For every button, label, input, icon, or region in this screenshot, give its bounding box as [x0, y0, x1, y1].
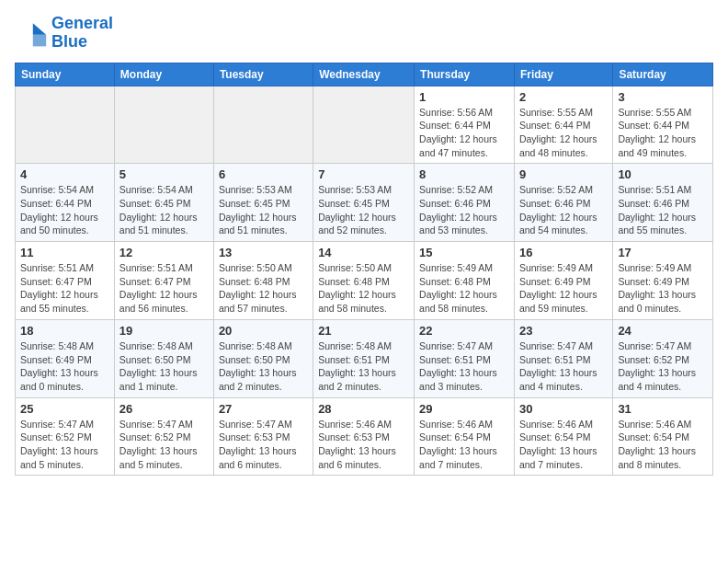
calendar-cell: 23Sunrise: 5:47 AM Sunset: 6:51 PM Dayli… — [514, 319, 612, 397]
day-info: Sunrise: 5:49 AM Sunset: 6:48 PM Dayligh… — [419, 261, 509, 316]
day-number: 7 — [318, 167, 409, 181]
weekday-header: Thursday — [415, 63, 515, 86]
day-info: Sunrise: 5:46 AM Sunset: 6:54 PM Dayligh… — [519, 418, 608, 472]
day-info: Sunrise: 5:52 AM Sunset: 6:46 PM Dayligh… — [519, 183, 608, 237]
day-number: 4 — [20, 167, 109, 181]
day-info: Sunrise: 5:55 AM Sunset: 6:44 PM Dayligh… — [519, 106, 608, 160]
calendar-cell: 17Sunrise: 5:49 AM Sunset: 6:49 PM Dayli… — [613, 242, 713, 320]
weekday-header: Monday — [114, 63, 213, 86]
calendar-cell: 10Sunrise: 5:51 AM Sunset: 6:46 PM Dayli… — [613, 164, 713, 242]
calendar-cell: 18Sunrise: 5:48 AM Sunset: 6:49 PM Dayli… — [16, 319, 115, 397]
calendar-cell: 13Sunrise: 5:50 AM Sunset: 6:48 PM Dayli… — [213, 242, 313, 320]
day-info: Sunrise: 5:48 AM Sunset: 6:51 PM Dayligh… — [318, 339, 409, 394]
calendar-cell: 20Sunrise: 5:48 AM Sunset: 6:50 PM Dayli… — [213, 319, 313, 397]
day-number: 13 — [219, 246, 308, 259]
calendar-cell: 14Sunrise: 5:50 AM Sunset: 6:48 PM Dayli… — [313, 242, 415, 320]
day-info: Sunrise: 5:55 AM Sunset: 6:44 PM Dayligh… — [618, 106, 708, 160]
calendar-cell: 4Sunrise: 5:54 AM Sunset: 6:44 PM Daylig… — [16, 164, 115, 242]
day-number: 9 — [519, 167, 608, 181]
day-number: 19 — [119, 324, 209, 338]
weekday-header: Saturday — [613, 63, 713, 86]
calendar-cell: 6Sunrise: 5:53 AM Sunset: 6:45 PM Daylig… — [213, 164, 313, 242]
day-info: Sunrise: 5:47 AM Sunset: 6:52 PM Dayligh… — [618, 339, 708, 394]
calendar-cell: 11Sunrise: 5:51 AM Sunset: 6:47 PM Dayli… — [16, 242, 115, 320]
day-info: Sunrise: 5:48 AM Sunset: 6:50 PM Dayligh… — [219, 339, 308, 394]
calendar-cell: 9Sunrise: 5:52 AM Sunset: 6:46 PM Daylig… — [514, 164, 612, 242]
day-number: 31 — [618, 402, 708, 416]
day-number: 16 — [519, 246, 608, 259]
calendar-cell: 1Sunrise: 5:56 AM Sunset: 6:44 PM Daylig… — [415, 86, 515, 164]
day-info: Sunrise: 5:50 AM Sunset: 6:48 PM Dayligh… — [219, 261, 308, 316]
calendar-cell — [114, 86, 213, 164]
calendar-cell: 15Sunrise: 5:49 AM Sunset: 6:48 PM Dayli… — [415, 242, 515, 320]
day-info: Sunrise: 5:56 AM Sunset: 6:44 PM Dayligh… — [419, 106, 509, 160]
page-header: General Blue — [15, 15, 713, 52]
calendar-week: 11Sunrise: 5:51 AM Sunset: 6:47 PM Dayli… — [16, 242, 713, 320]
day-number: 15 — [419, 246, 509, 259]
calendar-cell: 24Sunrise: 5:47 AM Sunset: 6:52 PM Dayli… — [613, 319, 713, 397]
calendar-cell: 3Sunrise: 5:55 AM Sunset: 6:44 PM Daylig… — [613, 86, 713, 164]
weekday-header: Tuesday — [213, 63, 313, 86]
calendar-table: SundayMondayTuesdayWednesdayThursdayFrid… — [15, 63, 713, 477]
day-number: 17 — [618, 246, 708, 259]
day-info: Sunrise: 5:51 AM Sunset: 6:47 PM Dayligh… — [20, 261, 109, 316]
calendar-header: SundayMondayTuesdayWednesdayThursdayFrid… — [16, 63, 713, 86]
day-info: Sunrise: 5:52 AM Sunset: 6:46 PM Dayligh… — [419, 183, 509, 237]
calendar-cell — [313, 86, 415, 164]
day-number: 24 — [618, 324, 708, 338]
day-info: Sunrise: 5:51 AM Sunset: 6:47 PM Dayligh… — [119, 261, 209, 316]
calendar-cell: 27Sunrise: 5:47 AM Sunset: 6:53 PM Dayli… — [213, 397, 313, 476]
day-info: Sunrise: 5:49 AM Sunset: 6:49 PM Dayligh… — [618, 261, 708, 316]
calendar-cell: 21Sunrise: 5:48 AM Sunset: 6:51 PM Dayli… — [313, 319, 415, 397]
day-number: 26 — [119, 402, 209, 416]
day-number: 21 — [318, 324, 409, 338]
day-number: 6 — [219, 167, 308, 181]
day-info: Sunrise: 5:47 AM Sunset: 6:52 PM Dayligh… — [119, 418, 209, 472]
calendar-cell: 7Sunrise: 5:53 AM Sunset: 6:45 PM Daylig… — [313, 164, 415, 242]
svg-marker-0 — [33, 23, 46, 35]
logo-text: General Blue — [51, 15, 113, 52]
calendar-week: 4Sunrise: 5:54 AM Sunset: 6:44 PM Daylig… — [16, 164, 713, 242]
day-number: 14 — [318, 246, 409, 259]
calendar-cell: 28Sunrise: 5:46 AM Sunset: 6:53 PM Dayli… — [313, 397, 415, 476]
day-info: Sunrise: 5:48 AM Sunset: 6:50 PM Dayligh… — [119, 339, 209, 394]
calendar-week: 1Sunrise: 5:56 AM Sunset: 6:44 PM Daylig… — [16, 86, 713, 164]
day-info: Sunrise: 5:47 AM Sunset: 6:53 PM Dayligh… — [219, 418, 308, 472]
day-info: Sunrise: 5:50 AM Sunset: 6:48 PM Dayligh… — [318, 261, 409, 316]
calendar-week: 18Sunrise: 5:48 AM Sunset: 6:49 PM Dayli… — [16, 319, 713, 397]
day-info: Sunrise: 5:54 AM Sunset: 6:44 PM Dayligh… — [20, 183, 109, 237]
day-info: Sunrise: 5:51 AM Sunset: 6:46 PM Dayligh… — [618, 183, 708, 237]
day-info: Sunrise: 5:46 AM Sunset: 6:54 PM Dayligh… — [618, 418, 708, 472]
calendar-cell — [213, 86, 313, 164]
calendar-cell: 31Sunrise: 5:46 AM Sunset: 6:54 PM Dayli… — [613, 397, 713, 476]
logo-icon — [15, 17, 48, 50]
day-number: 22 — [419, 324, 509, 338]
day-info: Sunrise: 5:53 AM Sunset: 6:45 PM Dayligh… — [219, 183, 308, 237]
day-info: Sunrise: 5:48 AM Sunset: 6:49 PM Dayligh… — [20, 339, 109, 394]
day-number: 8 — [419, 167, 509, 181]
day-number: 1 — [419, 90, 509, 104]
calendar-cell: 5Sunrise: 5:54 AM Sunset: 6:45 PM Daylig… — [114, 164, 213, 242]
day-number: 28 — [318, 402, 409, 416]
day-number: 2 — [519, 90, 608, 104]
day-number: 11 — [20, 246, 109, 259]
day-number: 5 — [119, 167, 209, 181]
weekday-header: Sunday — [16, 63, 115, 86]
calendar-cell: 2Sunrise: 5:55 AM Sunset: 6:44 PM Daylig… — [514, 86, 612, 164]
calendar-cell: 12Sunrise: 5:51 AM Sunset: 6:47 PM Dayli… — [114, 242, 213, 320]
day-info: Sunrise: 5:46 AM Sunset: 6:53 PM Dayligh… — [318, 418, 409, 472]
day-number: 20 — [219, 324, 308, 338]
day-number: 10 — [618, 167, 708, 181]
day-info: Sunrise: 5:54 AM Sunset: 6:45 PM Dayligh… — [119, 183, 209, 237]
day-number: 25 — [20, 402, 109, 416]
calendar-cell: 30Sunrise: 5:46 AM Sunset: 6:54 PM Dayli… — [514, 397, 612, 476]
day-number: 23 — [519, 324, 608, 338]
calendar-cell: 19Sunrise: 5:48 AM Sunset: 6:50 PM Dayli… — [114, 319, 213, 397]
day-number: 27 — [219, 402, 308, 416]
logo: General Blue — [15, 15, 113, 52]
day-info: Sunrise: 5:53 AM Sunset: 6:45 PM Dayligh… — [318, 183, 409, 237]
day-number: 18 — [20, 324, 109, 338]
calendar-cell: 26Sunrise: 5:47 AM Sunset: 6:52 PM Dayli… — [114, 397, 213, 476]
day-number: 29 — [419, 402, 509, 416]
day-number: 3 — [618, 90, 708, 104]
